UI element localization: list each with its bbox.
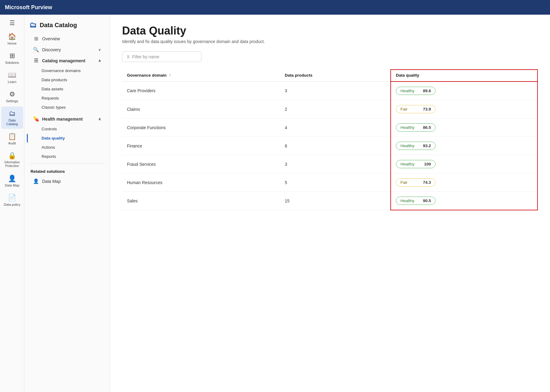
badge-label: Healthy [400, 89, 414, 93]
badge-score: 93.2 [423, 143, 431, 148]
cell-products: 6 [280, 137, 391, 155]
filter-bar: ⧖ Filter by name [122, 51, 538, 62]
nav-sub-data-assets[interactable]: Data assets [27, 85, 107, 93]
badge-score: 86.5 [423, 125, 431, 130]
nav-sub-actions-label: Actions [42, 145, 55, 150]
sidebar-item-audit[interactable]: 📋 Audit [1, 129, 23, 148]
quality-badge: Fair74.3 [396, 178, 436, 187]
nav-sub-data-quality[interactable]: Data quality [27, 134, 107, 143]
col-domain-label: Governance domain [127, 73, 167, 78]
badge-label: Healthy [400, 125, 414, 130]
table-row[interactable]: Corporate Functions4Healthy86.5 [122, 118, 537, 137]
sidebar-item-data-policy-label: Data policy [4, 203, 20, 206]
hamburger-menu[interactable]: ☰ [8, 17, 17, 28]
nav-catalog-title: Data Catalog [40, 22, 77, 29]
main-layout: ☰ 🏠 Home ⊞ Solutions 📖 Learn ⚙ Settings … [0, 15, 550, 392]
cell-domain: Fraud Services [122, 155, 280, 173]
table-row[interactable]: Fraud Services3Healthy100 [122, 155, 537, 173]
solutions-icon: ⊞ [9, 52, 15, 60]
nav-sub-gov-domains[interactable]: Governance domains [27, 66, 107, 75]
nav-sub-data-products[interactable]: Data products [27, 75, 107, 84]
table-row[interactable]: Sales15Healthy90.5 [122, 192, 537, 210]
sidebar-item-data-policy[interactable]: 📄 Data policy [1, 191, 23, 209]
audit-icon: 📋 [8, 132, 16, 140]
quality-badge: Healthy89.6 [396, 87, 436, 95]
discovery-chevron-icon: ∨ [98, 48, 101, 52]
cell-quality: Healthy86.5 [391, 118, 537, 137]
badge-score: 74.3 [423, 180, 431, 185]
nav-item-overview[interactable]: ⊞ Overview [27, 33, 107, 44]
home-icon: 🏠 [8, 33, 16, 41]
data-catalog-icon: 🗂 [9, 110, 16, 118]
learn-icon: 📖 [8, 71, 16, 79]
topbar: Microsoft Purview [0, 0, 550, 15]
badge-label: Fair [400, 107, 407, 111]
nav-sub-controls-label: Controls [42, 127, 57, 131]
table-row[interactable]: Finance6Healthy93.2 [122, 137, 537, 155]
sidebar-item-data-map[interactable]: 👤 Data Map [1, 172, 23, 190]
nav-divider [29, 163, 105, 164]
badge-label: Healthy [400, 198, 414, 203]
sidebar-item-data-map-label: Data Map [5, 183, 20, 187]
health-mgmt-chevron-icon: ∧ [98, 117, 101, 121]
nav-sub-actions[interactable]: Actions [27, 143, 107, 152]
related-data-map-icon: 👤 [33, 178, 39, 184]
nav-item-discovery[interactable]: 🔍 Discovery ∨ [27, 44, 107, 55]
nav-sub-data-assets-label: Data assets [42, 87, 63, 91]
filter-placeholder: Filter by name [132, 54, 159, 59]
sidebar-item-data-catalog-label: Data Catalog [2, 118, 22, 126]
overview-icon: ⊞ [33, 36, 39, 42]
sidebar-item-info-protection[interactable]: 🔒 Information Protection [1, 149, 23, 171]
cell-domain: Care Providers [122, 82, 280, 100]
table-row[interactable]: Claims2Fair73.9 [122, 100, 537, 118]
cell-products: 15 [280, 192, 391, 210]
nav-item-catalog-mgmt[interactable]: ☰ Catalog management ∧ [27, 55, 107, 66]
data-map-icon: 👤 [8, 175, 16, 183]
badge-label: Healthy [400, 162, 414, 166]
badge-score: 90.5 [423, 198, 431, 203]
cell-domain: Claims [122, 100, 280, 118]
sidebar-item-data-catalog[interactable]: 🗂 Data Catalog [1, 107, 23, 129]
sidebar-item-audit-label: Audit [8, 141, 16, 145]
nav-item-health-mgmt[interactable]: 💊 Health management ∧ [27, 114, 107, 124]
sidebar-item-settings[interactable]: ⚙ Settings [1, 87, 23, 106]
data-table: Governance domain ↑ Data products Data q… [122, 69, 538, 210]
nav-sub-reports-label: Reports [42, 154, 56, 159]
cell-domain: Finance [122, 137, 280, 155]
table-row[interactable]: Care Providers3Healthy89.6 [122, 82, 537, 100]
cell-domain: Corporate Functions [122, 118, 280, 137]
nav-sub-requests-label: Requests [42, 96, 59, 100]
nav-catalog-icon: 🗂 [29, 21, 37, 29]
col-header-quality: Data quality [391, 70, 537, 82]
sidebar-item-solutions[interactable]: ⊞ Solutions [1, 49, 23, 67]
nav-sub-requests[interactable]: Requests [27, 94, 107, 103]
nav-sidebar-header: 🗂 Data Catalog [24, 17, 110, 33]
table-row[interactable]: Human Resources5Fair74.3 [122, 173, 537, 192]
nav-sub-classic-types[interactable]: Classic types [27, 103, 107, 112]
badge-label: Healthy [400, 143, 414, 148]
settings-icon: ⚙ [9, 90, 15, 98]
nav-item-health-mgmt-label: Health management [42, 117, 83, 122]
nav-related-data-map-label: Data Map [42, 179, 61, 184]
cell-products: 4 [280, 118, 391, 137]
col-header-domain[interactable]: Governance domain ↑ [122, 70, 280, 82]
cell-quality: Fair74.3 [391, 173, 537, 192]
sidebar-item-learn[interactable]: 📖 Learn [1, 68, 23, 87]
nav-sub-reports[interactable]: Reports [27, 152, 107, 161]
cell-domain: Human Resources [122, 173, 280, 192]
nav-related-data-map[interactable]: 👤 Data Map [27, 176, 107, 187]
nav-sub-classic-types-label: Classic types [42, 105, 66, 110]
nav-sub-controls[interactable]: Controls [27, 125, 107, 133]
cell-products: 3 [280, 82, 391, 100]
sidebar-item-solutions-label: Solutions [5, 61, 19, 64]
sidebar-item-learn-label: Learn [8, 80, 16, 84]
cell-products: 3 [280, 155, 391, 173]
quality-badge: Healthy100 [396, 160, 436, 168]
topbar-title: Microsoft Purview [5, 4, 52, 11]
filter-input[interactable]: ⧖ Filter by name [122, 51, 201, 62]
sidebar-item-home[interactable]: 🏠 Home [1, 30, 23, 48]
sidebar-item-settings-label: Settings [6, 99, 18, 103]
cell-quality: Healthy89.6 [391, 82, 537, 100]
cell-quality: Healthy100 [391, 155, 537, 173]
sidebar-item-info-protection-label: Information Protection [2, 161, 22, 168]
